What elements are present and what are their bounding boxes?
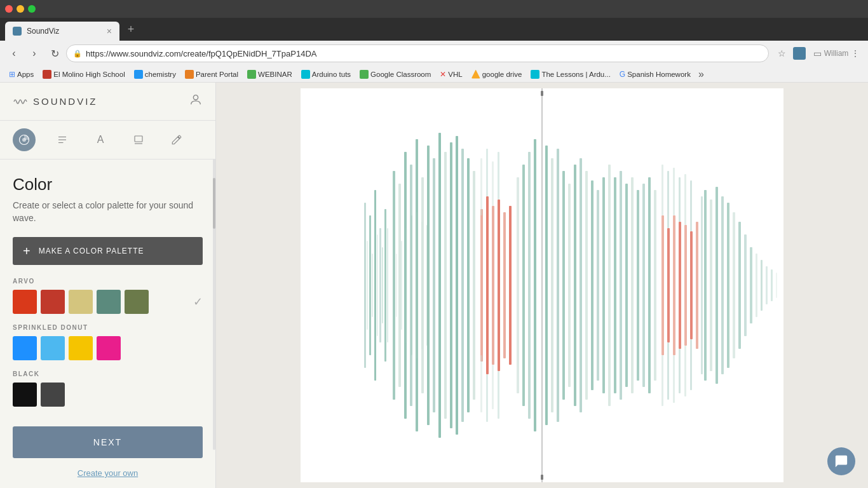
nav-bar: ‹ › ↻ 🔒 https://www.soundviz.com/create/… — [0, 41, 868, 66]
edit-tool-button[interactable] — [165, 128, 188, 151]
bookmark-label: Google Classroom — [370, 71, 431, 78]
text-tool-button[interactable] — [51, 128, 74, 151]
minimize-button[interactable] — [17, 5, 24, 13]
bookmark-arduino[interactable]: Arduino tuts — [297, 69, 355, 80]
color-swatch-5[interactable] — [125, 290, 149, 314]
svg-rect-56 — [597, 190, 599, 381]
color-swatch-b-1[interactable] — [13, 383, 37, 407]
address-bar[interactable]: 🔒 https://www.soundviz.com/create/fpQ1Qp… — [66, 44, 769, 62]
panel-description: Create or select a color palette for you… — [13, 200, 203, 224]
sidebar: SOUNDVIZ — [0, 83, 216, 488]
bookmark-label: WEBINAR — [258, 71, 292, 78]
chat-bubble-button[interactable] — [827, 447, 855, 475]
svg-rect-91 — [733, 212, 735, 358]
refresh-button[interactable]: ↻ — [46, 44, 64, 62]
bookmarks-more-icon[interactable]: » — [698, 69, 704, 80]
bookmark-chemistry[interactable]: chemistry — [130, 69, 180, 80]
font-tool-button[interactable]: A — [89, 128, 112, 151]
svg-rect-37 — [486, 149, 488, 196]
lock-icon: 🔒 — [73, 50, 82, 58]
bookmark-google-classroom[interactable]: Google Classroom — [356, 69, 435, 80]
svg-rect-13 — [384, 209, 386, 362]
color-swatch-4[interactable] — [97, 290, 121, 314]
svg-rect-66 — [654, 190, 656, 381]
svg-rect-43 — [517, 177, 519, 393]
bookmark-apps[interactable]: ⊞ Apps — [5, 69, 37, 80]
svg-rect-112 — [426, 225, 428, 346]
add-palette-button[interactable]: + MAKE A COLOR PALETTE — [13, 237, 203, 265]
tab-close-icon[interactable]: × — [107, 26, 112, 36]
page-content: SOUNDVIZ — [0, 83, 868, 488]
svg-rect-40 — [492, 365, 494, 409]
color-swatch-sd-3[interactable] — [69, 336, 93, 360]
svg-rect-81 — [679, 349, 681, 393]
svg-rect-47 — [545, 146, 548, 425]
svg-rect-107 — [401, 241, 402, 330]
bookmark-spanish[interactable]: G Spanish Homework — [616, 69, 695, 80]
palette-arvo: ARVO ✓ — [13, 278, 203, 314]
bookmark-lessons[interactable]: The Lessons | Ardu... — [527, 69, 614, 80]
svg-rect-14 — [393, 171, 395, 400]
color-swatch-sd-2[interactable] — [41, 336, 65, 360]
color-swatch-sd-1[interactable] — [13, 336, 37, 360]
palette-sprinkled-donut-colors[interactable] — [13, 336, 203, 360]
palette-arvo-colors[interactable]: ✓ — [13, 290, 203, 314]
color-swatch-b-2[interactable] — [41, 383, 65, 407]
svg-rect-103 — [382, 247, 383, 323]
logo-wave-icon — [13, 94, 28, 109]
svg-rect-69 — [673, 215, 675, 355]
color-swatch-3[interactable] — [69, 290, 93, 314]
color-swatch-sd-4[interactable] — [97, 336, 121, 360]
create-own-link[interactable]: Create your own — [0, 468, 215, 488]
svg-rect-79 — [673, 355, 675, 403]
menu-icon[interactable]: ⋮ — [848, 46, 863, 61]
svg-rect-77 — [667, 342, 669, 400]
bookmark-elmolino[interactable]: El Molino High School — [39, 69, 129, 80]
svg-rect-113 — [541, 475, 543, 480]
color-tool-button[interactable] — [13, 128, 36, 151]
close-button[interactable] — [5, 5, 13, 13]
shape-tool-button[interactable] — [127, 128, 150, 151]
scroll-thumb[interactable] — [213, 178, 215, 229]
extension-icon[interactable] — [793, 47, 806, 60]
svg-rect-65 — [648, 177, 651, 393]
color-swatch-2[interactable] — [41, 290, 65, 314]
next-button[interactable]: NEXT — [13, 426, 203, 458]
svg-rect-71 — [684, 225, 687, 346]
svg-rect-36 — [480, 355, 482, 412]
palette-sprinkled-donut: SPRINKLED DONUT — [13, 324, 203, 360]
bookmark-vhl[interactable]: ✕ VHL — [436, 69, 466, 80]
profile-icon[interactable]: William — [829, 46, 844, 61]
toolbar: A — [0, 121, 215, 159]
browser-tab[interactable]: SoundViz × — [5, 22, 119, 41]
bookmark-parent-portal[interactable]: Parent Portal — [181, 69, 242, 80]
bookmark-label: The Lessons | Ardu... — [541, 71, 610, 78]
title-bar — [0, 0, 868, 18]
maximize-button[interactable] — [28, 5, 36, 13]
cast-icon[interactable]: ▭ — [810, 46, 825, 61]
svg-rect-21 — [433, 158, 435, 412]
traffic-lights — [5, 5, 36, 13]
svg-rect-23 — [444, 152, 447, 419]
star-icon[interactable]: ☆ — [774, 46, 789, 61]
svg-rect-84 — [690, 180, 692, 231]
svg-rect-97 — [766, 266, 768, 304]
forward-button[interactable]: › — [25, 44, 43, 62]
svg-rect-74 — [661, 165, 663, 215]
color-swatch-1[interactable] — [13, 290, 37, 314]
bookmark-google-drive[interactable]: google drive — [468, 69, 526, 80]
svg-rect-49 — [557, 149, 559, 422]
svg-rect-44 — [522, 165, 525, 406]
new-tab-button[interactable]: + — [122, 20, 140, 38]
bookmark-label: google drive — [482, 71, 522, 78]
svg-rect-12 — [379, 228, 381, 342]
svg-rect-114 — [541, 91, 543, 96]
back-button[interactable]: ‹ — [5, 44, 23, 62]
user-account-icon[interactable] — [189, 93, 203, 110]
palette-black-colors[interactable] — [13, 383, 203, 407]
svg-rect-41 — [498, 152, 499, 200]
bookmark-webinar[interactable]: WEBINAR — [243, 69, 296, 80]
svg-rect-106 — [396, 254, 397, 317]
palette-black: BLACK — [13, 370, 203, 407]
svg-rect-42 — [498, 371, 499, 419]
